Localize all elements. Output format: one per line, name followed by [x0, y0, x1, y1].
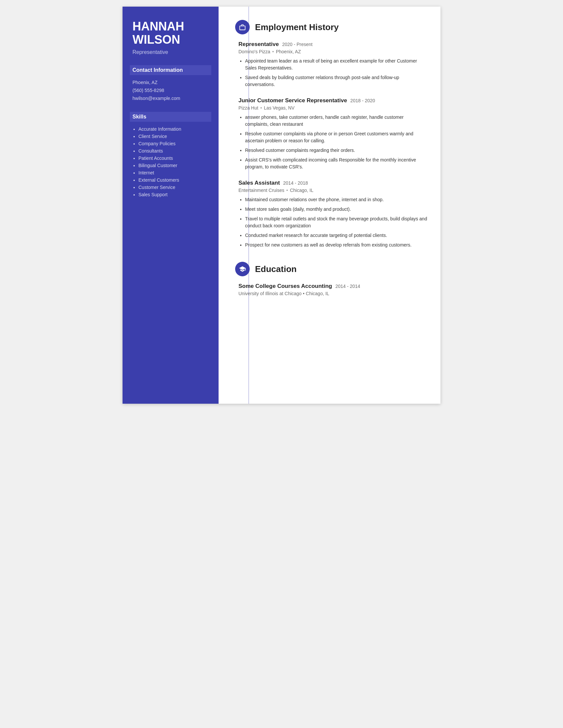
- skill-item: Sales Support: [138, 192, 209, 197]
- job-block: Representative2020 - PresentDomino's Piz…: [235, 41, 427, 88]
- job-bullets: answer phones, take customer orders, han…: [238, 114, 427, 170]
- job-bullet-item: Appointed team leader as a result of bei…: [245, 58, 427, 71]
- skill-item: Accurate Information: [138, 126, 209, 132]
- job-title-row: Representative2020 - Present: [238, 41, 427, 48]
- resume-container: HANNAHWILSON Representative Contact Info…: [122, 7, 441, 404]
- edu-dates: 2014 - 2014: [336, 284, 360, 289]
- education-section: Education Some College Courses Accountin…: [235, 262, 427, 296]
- job-bullets: Appointed team leader as a result of bei…: [238, 58, 427, 88]
- employment-header: Employment History: [235, 20, 427, 34]
- contact-section-title: Contact Information: [130, 65, 211, 75]
- skill-item: Bilingual Customer: [138, 163, 209, 168]
- job-bullet-item: Saved deals by building customer relatio…: [245, 74, 427, 88]
- job-bullet-item: Prospect for new customers as well as de…: [245, 242, 427, 249]
- edu-school-row: University of Illinois at Chicago • Chic…: [238, 291, 427, 296]
- contact-section: Contact Information Phoenix, AZ (560) 55…: [132, 65, 209, 104]
- employment-section-title: Employment History: [255, 22, 339, 32]
- job-bullet-item: Resolved customer complaints regarding t…: [245, 147, 427, 154]
- job-bullet-item: Assist CRS's with complicated incoming c…: [245, 157, 427, 170]
- job-dates: 2014 - 2018: [283, 180, 308, 186]
- skill-item: Customer Service: [138, 185, 209, 190]
- skills-section-title: Skills: [130, 112, 211, 122]
- job-dates: 2018 - 2020: [351, 98, 375, 103]
- job-company-row: Entertainment Cruises•Chicago, IL: [238, 188, 427, 193]
- skill-item: Patient Accounts: [138, 156, 209, 161]
- job-title: Representative: [238, 41, 279, 48]
- education-header: Education: [235, 262, 427, 276]
- edu-container: Some College Courses Accounting2014 - 20…: [235, 283, 427, 296]
- education-section-title: Education: [255, 264, 297, 274]
- job-bullet-item: answer phones, take customer orders, han…: [245, 114, 427, 128]
- job-dates: 2020 - Present: [282, 42, 313, 47]
- sidebar: HANNAHWILSON Representative Contact Info…: [122, 7, 218, 404]
- skill-item: External Customers: [138, 177, 209, 183]
- job-bullet-item: Conducted market research for accurate t…: [245, 232, 427, 239]
- job-company-row: Pizza Hut•Las Vegas, NV: [238, 105, 427, 111]
- candidate-title: Representative: [132, 49, 209, 55]
- main-content: Employment History Representative2020 - …: [218, 7, 441, 404]
- edu-title-row: Some College Courses Accounting2014 - 20…: [238, 283, 427, 290]
- job-title-row: Junior Customer Service Representative20…: [238, 97, 427, 104]
- job-bullet-item: Resolve customer complaints via phone or…: [245, 130, 427, 144]
- skills-list: Accurate InformationClient ServiceCompan…: [132, 126, 209, 197]
- job-bullets: Maintained customer relations over the p…: [238, 196, 427, 249]
- skill-item: Consultants: [138, 148, 209, 154]
- job-title: Junior Customer Service Representative: [238, 97, 347, 104]
- contact-phone: (560) 555-8298: [132, 88, 209, 93]
- job-company-row: Domino's Pizza•Phoenix, AZ: [238, 49, 427, 54]
- job-title: Sales Assistant: [238, 180, 280, 186]
- job-title-row: Sales Assistant2014 - 2018: [238, 180, 427, 186]
- job-bullet-item: Meet store sales goals (daily, monthly a…: [245, 206, 427, 213]
- edu-block: Some College Courses Accounting2014 - 20…: [235, 283, 427, 296]
- skill-item: Company Policies: [138, 141, 209, 146]
- job-block: Sales Assistant2014 - 2018Entertainment …: [235, 180, 427, 249]
- job-block: Junior Customer Service Representative20…: [235, 97, 427, 170]
- job-bullet-item: Maintained customer relations over the p…: [245, 196, 427, 203]
- skills-section: Skills Accurate InformationClient Servic…: [132, 112, 209, 199]
- skill-item: Client Service: [138, 134, 209, 139]
- graduation-icon: [235, 262, 250, 276]
- edu-degree: Some College Courses Accounting: [238, 283, 332, 290]
- job-bullet-item: Travel to multiple retail outlets and st…: [245, 215, 427, 229]
- jobs-container: Representative2020 - PresentDomino's Piz…: [235, 41, 427, 249]
- employment-section: Employment History Representative2020 - …: [235, 20, 427, 249]
- contact-email: hwilson@example.com: [132, 96, 209, 101]
- skill-item: Internet: [138, 170, 209, 175]
- contact-location: Phoenix, AZ: [132, 80, 209, 85]
- briefcase-icon: [235, 20, 250, 34]
- candidate-name: HANNAHWILSON: [132, 20, 209, 46]
